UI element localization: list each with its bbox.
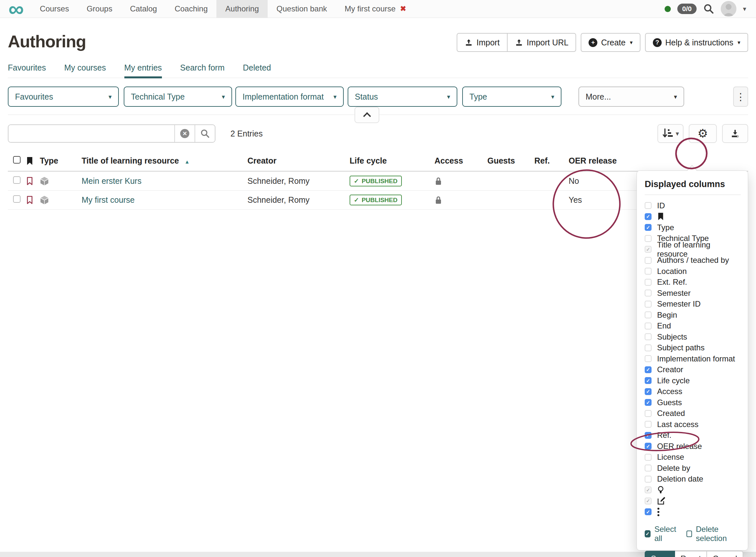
column-option-checkbox[interactable] (645, 213, 652, 220)
filter-dropdown[interactable]: Favourites ▾ (8, 87, 119, 107)
save-button[interactable]: Save (645, 551, 675, 557)
column-option[interactable]: Title of learning resource (645, 244, 740, 255)
column-option[interactable]: Implementation format (645, 353, 740, 364)
import-button[interactable]: Import (457, 33, 508, 52)
column-option[interactable] (645, 211, 740, 222)
column-option-checkbox[interactable] (645, 377, 652, 384)
column-option-checkbox[interactable] (645, 476, 652, 482)
column-option-checkbox[interactable] (645, 290, 652, 296)
column-option[interactable]: Location (645, 266, 740, 277)
avatar[interactable] (721, 1, 736, 17)
close-icon[interactable]: ✖ (400, 5, 406, 13)
nav-item[interactable]: Catalog (121, 0, 166, 18)
column-option-checkbox[interactable] (645, 366, 652, 373)
tab[interactable]: Search form (180, 63, 224, 78)
column-option-checkbox[interactable] (645, 246, 652, 253)
column-option-checkbox[interactable] (645, 323, 652, 329)
select-all-checkbox[interactable]: ✓ (645, 530, 651, 537)
select-all-label[interactable]: Select all (655, 525, 680, 543)
column-option[interactable]: Begin (645, 310, 740, 321)
column-option[interactable]: Semester ID (645, 299, 740, 310)
help-instructions-button[interactable]: ? Help & instructions ▾ (645, 33, 748, 52)
column-option[interactable]: Delete by (645, 463, 740, 474)
search-input[interactable] (8, 125, 174, 142)
bookmark-outline-icon[interactable] (26, 177, 33, 186)
col-header-title[interactable]: Title of learning resource ▲ (77, 153, 242, 171)
column-option[interactable]: Type (645, 222, 740, 233)
column-option-checkbox[interactable] (645, 508, 652, 515)
column-option[interactable]: Created (645, 408, 740, 419)
more-filters-dropdown[interactable]: More... ▾ (578, 87, 684, 107)
filter-dropdown[interactable]: Status ▾ (347, 87, 457, 107)
chevron-down-icon[interactable]: ▾ (743, 5, 746, 13)
delete-selection-checkbox[interactable] (687, 531, 692, 537)
bookmark-outline-icon[interactable] (26, 196, 33, 205)
column-option-checkbox[interactable] (645, 345, 652, 351)
nav-item[interactable]: Coaching (166, 0, 216, 18)
column-option-checkbox[interactable] (645, 410, 652, 417)
column-option[interactable]: Life cycle (645, 375, 740, 386)
column-option-checkbox[interactable] (645, 388, 652, 395)
column-option[interactable]: Ext. Ref. (645, 277, 740, 288)
resource-title-link[interactable]: Mein erster Kurs (82, 176, 141, 185)
column-option-checkbox[interactable] (645, 312, 652, 318)
row-checkbox[interactable] (13, 195, 21, 203)
column-option[interactable]: Subjects (645, 331, 740, 343)
column-option-checkbox[interactable] (645, 443, 652, 449)
nav-item[interactable]: Authoring (216, 0, 268, 18)
nav-item[interactable]: Question bank (268, 0, 336, 18)
search-button[interactable] (194, 125, 215, 142)
column-option-checkbox[interactable] (645, 421, 652, 428)
column-option[interactable] (645, 496, 740, 507)
column-option[interactable]: Guests (645, 397, 740, 408)
column-option-checkbox[interactable] (645, 487, 652, 493)
create-button[interactable]: + Create ▾ (581, 33, 640, 52)
import-url-button[interactable]: Import URL (508, 33, 576, 52)
clear-search-button[interactable]: ✕ (174, 125, 194, 142)
col-header-creator[interactable]: Creator (242, 153, 344, 171)
app-logo[interactable]: ∞ (0, 0, 31, 18)
column-option-checkbox[interactable] (645, 224, 652, 231)
column-option[interactable]: End (645, 321, 740, 332)
search-icon[interactable] (703, 3, 714, 14)
column-option-checkbox[interactable] (645, 399, 652, 406)
col-header-type[interactable]: Type (35, 153, 77, 171)
column-option-checkbox[interactable] (645, 268, 652, 274)
column-option-checkbox[interactable] (645, 454, 652, 461)
column-option-checkbox[interactable] (645, 301, 652, 307)
column-option[interactable]: License (645, 452, 740, 463)
col-header-oer[interactable]: OER release (558, 153, 748, 171)
row-checkbox[interactable] (13, 176, 21, 184)
col-header-ref[interactable]: Ref. (529, 153, 558, 171)
column-option-checkbox[interactable] (645, 432, 652, 439)
column-settings-button[interactable]: ⚙ (689, 124, 717, 143)
column-option-checkbox[interactable] (645, 257, 652, 264)
column-option-checkbox[interactable] (645, 498, 652, 504)
column-option-checkbox[interactable] (645, 333, 652, 340)
column-option[interactable]: Ref. (645, 430, 740, 441)
col-header-access[interactable]: Access (429, 153, 482, 171)
delete-selection-label[interactable]: Delete selection (696, 525, 740, 543)
column-option-checkbox[interactable] (645, 279, 652, 286)
nav-item[interactable]: Groups (78, 0, 121, 18)
tab[interactable]: My entries (124, 63, 162, 78)
column-option[interactable]: Authors / teached by (645, 255, 740, 266)
download-button[interactable] (722, 124, 748, 143)
nav-item[interactable]: Courses (31, 0, 78, 18)
filter-dropdown[interactable]: Type ▾ (462, 87, 562, 107)
column-option[interactable] (645, 506, 740, 518)
column-option[interactable]: OER release (645, 441, 740, 452)
column-option-checkbox[interactable] (645, 355, 652, 362)
column-option[interactable]: Creator (645, 364, 740, 376)
col-header-lifecycle[interactable]: Life cycle (344, 153, 429, 171)
filter-dropdown[interactable]: Technical Type ▾ (124, 87, 232, 107)
collapse-filters-button[interactable] (355, 107, 379, 123)
sort-button[interactable]: ▾ (658, 124, 684, 143)
select-all-checkbox[interactable] (13, 156, 21, 164)
column-option[interactable] (645, 485, 740, 496)
column-option-checkbox[interactable] (645, 465, 652, 471)
tab[interactable]: Favourites (8, 63, 46, 78)
tab[interactable]: My courses (64, 63, 106, 78)
column-option-checkbox[interactable] (645, 202, 652, 209)
cancel-button[interactable]: Cancel (707, 551, 743, 557)
